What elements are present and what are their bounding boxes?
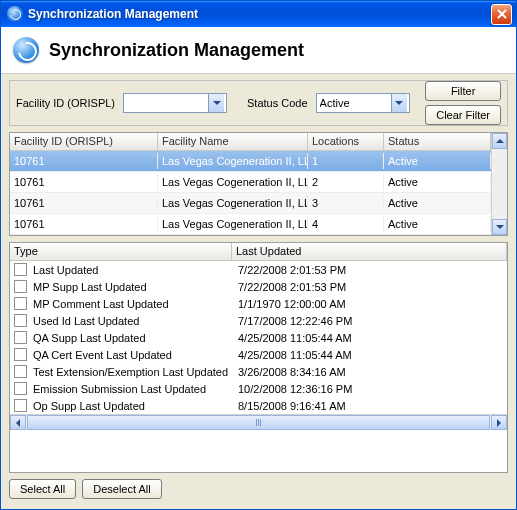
cell-locations: 3 [308,195,384,211]
cell-facility-id: 10761 [10,174,158,190]
cell-locations: 4 [308,216,384,232]
sync-icon [7,6,23,22]
cell-status: Active [384,174,491,190]
grid-header-locations[interactable]: Locations [308,133,384,150]
grid-header: Facility ID (ORISPL) Facility Name Locat… [10,133,491,151]
detail-last-updated: 4/25/2008 11:05:44 AM [238,332,507,344]
checkbox[interactable] [14,280,27,293]
checkbox[interactable] [14,399,27,412]
list-item[interactable]: MP Comment Last Updated1/1/1970 12:00:00… [10,295,507,312]
detail-last-updated: 7/22/2008 2:01:53 PM [238,281,507,293]
select-all-button[interactable]: Select All [9,479,76,499]
table-row[interactable]: 10761 Las Vegas Cogeneration II, LLC 1 A… [10,151,491,172]
sync-management-window: Synchronization Management Synchronizati… [0,0,517,510]
vertical-scrollbar[interactable] [491,133,507,235]
detail-header: Type Last Updated [10,243,507,261]
chevron-down-icon[interactable] [208,94,224,112]
close-icon [497,9,507,19]
detail-last-updated: 7/22/2008 2:01:53 PM [238,264,507,276]
detail-type: Last Updated [33,264,238,276]
scroll-right-icon[interactable] [491,415,507,430]
detail-last-updated: 8/15/2008 9:16:41 AM [238,400,507,412]
clear-filter-button[interactable]: Clear Filter [425,105,501,125]
detail-list: Type Last Updated Last Updated7/22/2008 … [9,242,508,473]
cell-facility-id: 10761 [10,195,158,211]
grid-header-facility-name[interactable]: Facility Name [158,133,308,150]
scroll-down-icon[interactable] [492,219,507,235]
bottom-button-bar: Select All Deselect All [9,479,508,499]
facility-id-input[interactable] [124,96,208,110]
checkbox[interactable] [14,365,27,378]
detail-header-last-updated[interactable]: Last Updated [232,243,507,260]
facility-grid: Facility ID (ORISPL) Facility Name Locat… [9,132,508,236]
list-item[interactable]: Op Supp Last Updated8/15/2008 9:16:41 AM [10,397,507,414]
detail-type: Op Supp Last Updated [33,400,238,412]
grid-header-facility-id[interactable]: Facility ID (ORISPL) [10,133,158,150]
page-title: Synchronization Management [49,40,304,61]
scrollbar-thumb[interactable] [27,415,490,430]
list-item[interactable]: Last Updated7/22/2008 2:01:53 PM [10,261,507,278]
detail-type: QA Supp Last Updated [33,332,238,344]
facility-id-combobox[interactable] [123,93,227,113]
scroll-up-icon[interactable] [492,133,507,149]
filter-button[interactable]: Filter [425,81,501,101]
titlebar[interactable]: Synchronization Management [1,1,516,27]
cell-status: Active [384,195,491,211]
list-item[interactable]: Test Extension/Exemption Last Updated3/2… [10,363,507,380]
deselect-all-button[interactable]: Deselect All [82,479,161,499]
grid-header-status[interactable]: Status [384,133,491,150]
horizontal-scrollbar[interactable] [10,414,507,430]
table-row[interactable]: 10761 Las Vegas Cogeneration II, LLC 2 A… [10,172,491,193]
facility-id-label: Facility ID (ORISPL) [16,97,115,109]
list-item[interactable]: MP Supp Last Updated7/22/2008 2:01:53 PM [10,278,507,295]
detail-last-updated: 3/26/2008 8:34:16 AM [238,366,507,378]
list-item[interactable]: Emission Submission Last Updated10/2/200… [10,380,507,397]
checkbox[interactable] [14,314,27,327]
table-row[interactable]: 10761 Las Vegas Cogeneration II, LLC 3 A… [10,193,491,214]
status-code-label: Status Code [247,97,308,109]
table-row[interactable]: 10761 Las Vegas Cogeneration II, LLC 4 A… [10,214,491,235]
detail-last-updated: 1/1/1970 12:00:00 AM [238,298,507,310]
detail-type: MP Supp Last Updated [33,281,238,293]
detail-last-updated: 4/25/2008 11:05:44 AM [238,349,507,361]
cell-facility-name: Las Vegas Cogeneration II, LLC [158,216,308,232]
cell-facility-name: Las Vegas Cogeneration II, LLC [158,153,308,169]
cell-facility-name: Las Vegas Cogeneration II, LLC [158,174,308,190]
detail-type: Test Extension/Exemption Last Updated [33,366,238,378]
scroll-left-icon[interactable] [10,415,26,430]
cell-locations: 1 [308,153,384,169]
cell-facility-name: Las Vegas Cogeneration II, LLC [158,195,308,211]
checkbox[interactable] [14,263,27,276]
cell-facility-id: 10761 [10,153,158,169]
list-item[interactable]: QA Cert Event Last Updated4/25/2008 11:0… [10,346,507,363]
sync-icon [13,37,39,63]
detail-last-updated: 10/2/2008 12:36:16 PM [238,383,507,395]
window-title: Synchronization Management [28,7,491,21]
detail-type: QA Cert Event Last Updated [33,349,238,361]
close-button[interactable] [491,4,512,25]
cell-status: Active [384,153,491,169]
detail-last-updated: 7/17/2008 12:22:46 PM [238,315,507,327]
detail-type: Used Id Last Updated [33,315,238,327]
status-code-combobox[interactable] [316,93,410,113]
checkbox[interactable] [14,331,27,344]
checkbox[interactable] [14,348,27,361]
list-item[interactable]: QA Supp Last Updated4/25/2008 11:05:44 A… [10,329,507,346]
filter-panel: Facility ID (ORISPL) Status Code Filter … [9,80,508,126]
list-item[interactable]: Used Id Last Updated7/17/2008 12:22:46 P… [10,312,507,329]
status-code-input[interactable] [317,96,391,110]
cell-facility-id: 10761 [10,216,158,232]
chevron-down-icon[interactable] [391,94,407,112]
content-area: Facility ID (ORISPL) Status Code Filter … [1,74,516,509]
checkbox[interactable] [14,297,27,310]
detail-header-type[interactable]: Type [10,243,232,260]
cell-locations: 2 [308,174,384,190]
checkbox[interactable] [14,382,27,395]
detail-type: Emission Submission Last Updated [33,383,238,395]
page-header: Synchronization Management [1,27,516,74]
cell-status: Active [384,216,491,232]
detail-type: MP Comment Last Updated [33,298,238,310]
